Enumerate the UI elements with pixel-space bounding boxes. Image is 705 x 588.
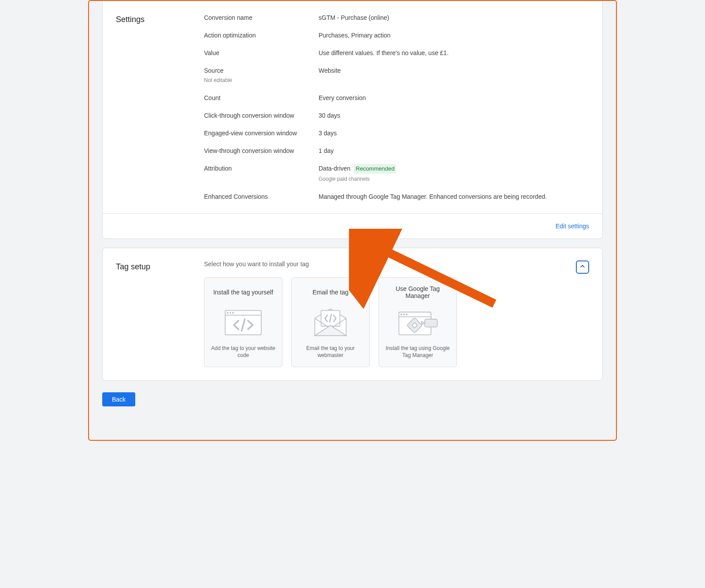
settings-row: Enhanced Conversions Managed through Goo… bbox=[204, 188, 589, 205]
collapse-button[interactable] bbox=[576, 261, 589, 274]
settings-label: Click-through conversion window bbox=[204, 111, 319, 120]
svg-rect-2 bbox=[227, 312, 229, 314]
tag-setup-intro: Select how you want to install your tag bbox=[204, 261, 576, 268]
settings-value: Use different values. If there's no valu… bbox=[319, 48, 589, 57]
envelope-code-icon bbox=[306, 305, 355, 340]
settings-row: Click-through conversion window 30 days bbox=[204, 107, 589, 124]
tile-desc: Install the tag using Google Tag Manager bbox=[384, 345, 451, 359]
tile-email-tag[interactable]: Email the tag Email the tag to your webm… bbox=[291, 277, 370, 367]
settings-value: Website bbox=[319, 66, 589, 75]
svg-rect-4 bbox=[232, 312, 234, 314]
settings-label-text: Source bbox=[204, 67, 223, 74]
gtm-window-icon bbox=[393, 305, 442, 340]
tile-desc: Add the tag to your website code bbox=[210, 345, 277, 359]
settings-footer: Edit settings bbox=[103, 213, 602, 238]
svg-rect-14 bbox=[406, 314, 408, 316]
settings-value: 1 day bbox=[319, 146, 589, 155]
settings-value: Managed through Google Tag Manager. Enha… bbox=[319, 192, 589, 201]
settings-row: Value Use different values. If there's n… bbox=[204, 44, 589, 62]
settings-card: Settings Conversion name sGTM - Purchase… bbox=[102, 1, 603, 239]
svg-rect-3 bbox=[230, 312, 231, 314]
settings-value: 3 days bbox=[319, 129, 589, 138]
edit-settings-button[interactable]: Edit settings bbox=[552, 220, 593, 232]
settings-label-sub: Not editable bbox=[204, 76, 319, 85]
settings-label: Action optimization bbox=[204, 31, 319, 40]
tile-install-yourself[interactable]: Install the tag yourself Add the tag to … bbox=[204, 277, 282, 367]
settings-label: Value bbox=[204, 48, 319, 57]
settings-value: Purchases, Primary action bbox=[319, 31, 589, 40]
tile-google-tag-manager[interactable]: Use Google Tag Manager bbox=[378, 277, 457, 367]
back-button[interactable]: Back bbox=[102, 392, 135, 406]
recommended-badge: Recommended bbox=[354, 164, 396, 174]
settings-row: Attribution Data-driven Recommended Goog… bbox=[204, 160, 589, 188]
settings-section-title: Settings bbox=[116, 13, 204, 205]
settings-label: Engaged-view conversion window bbox=[204, 129, 319, 138]
settings-value: 30 days bbox=[319, 111, 589, 120]
settings-label: Attribution bbox=[204, 164, 319, 173]
settings-row: Conversion name sGTM - Purchase (online) bbox=[204, 13, 589, 26]
tag-setup-section-title: Tag setup bbox=[116, 261, 204, 367]
tile-title: Email the tag bbox=[312, 284, 349, 301]
svg-rect-12 bbox=[401, 314, 402, 316]
svg-rect-17 bbox=[425, 319, 437, 327]
settings-value: Data-driven Recommended Google paid chan… bbox=[319, 164, 589, 183]
settings-row: Count Every conversion bbox=[204, 89, 589, 107]
settings-row: Source Not editable Website bbox=[204, 62, 589, 89]
settings-value: sGTM - Purchase (online) bbox=[319, 13, 589, 22]
settings-value-text: Data-driven bbox=[319, 165, 350, 172]
settings-row: Engaged-view conversion window 3 days bbox=[204, 124, 589, 142]
settings-label: Conversion name bbox=[204, 13, 319, 22]
svg-rect-13 bbox=[403, 314, 405, 316]
settings-label: Count bbox=[204, 93, 319, 102]
tile-title: Use Google Tag Manager bbox=[384, 284, 451, 301]
settings-label: Source Not editable bbox=[204, 66, 319, 85]
code-window-icon bbox=[219, 305, 267, 340]
tag-setup-card: Tag setup Select how you want to install… bbox=[102, 248, 603, 381]
tile-title: Install the tag yourself bbox=[213, 284, 273, 301]
settings-row: Action optimization Purchases, Primary a… bbox=[204, 26, 589, 44]
chevron-up-icon bbox=[579, 263, 586, 272]
tile-desc: Email the tag to your webmaster bbox=[297, 345, 364, 359]
tag-setup-tiles: Install the tag yourself Add the tag to … bbox=[204, 277, 589, 367]
settings-value-sub: Google paid channels bbox=[319, 175, 589, 183]
settings-list: Conversion name sGTM - Purchase (online)… bbox=[204, 13, 589, 205]
settings-value: Every conversion bbox=[319, 93, 589, 102]
settings-label: View-through conversion window bbox=[204, 146, 319, 155]
settings-row: View-through conversion window 1 day bbox=[204, 142, 589, 160]
settings-label: Enhanced Conversions bbox=[204, 192, 319, 201]
page-frame: Settings Conversion name sGTM - Purchase… bbox=[88, 0, 617, 441]
